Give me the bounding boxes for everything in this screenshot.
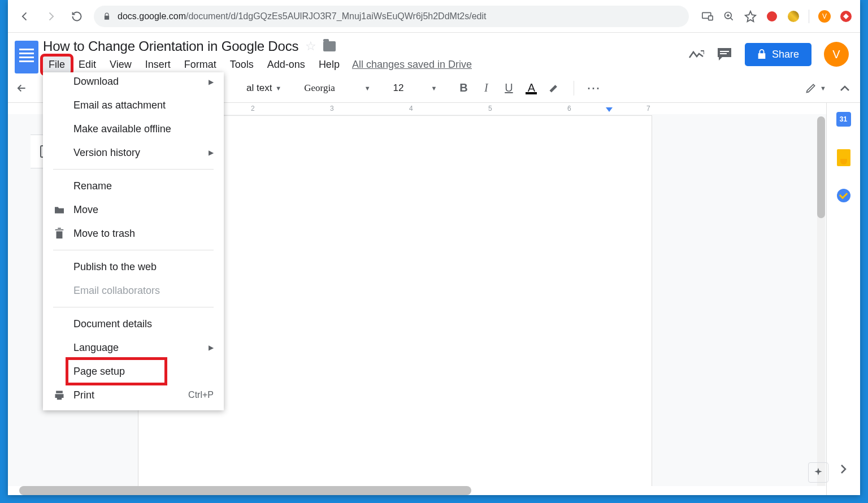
lock-icon [757, 49, 766, 59]
extension-octagon-icon[interactable] [840, 10, 852, 23]
profile-avatar[interactable]: V [824, 42, 849, 67]
side-panel-expand-button[interactable] [834, 460, 852, 478]
tasks-addon-icon[interactable] [837, 189, 850, 202]
menu-separator [53, 250, 214, 250]
collapse-toolbar-button[interactable] [836, 80, 853, 97]
menu-help[interactable]: Help [313, 57, 345, 73]
menu-item-email-attachment[interactable]: Email as attachment [43, 93, 224, 117]
submenu-arrow-icon: ▶ [209, 78, 214, 86]
menu-item-rename[interactable]: Rename [43, 174, 224, 198]
menubar: File Edit View Insert Format Tools Add-o… [43, 57, 684, 73]
menu-item-print[interactable]: Print Ctrl+P [43, 383, 224, 407]
back-button[interactable] [16, 7, 34, 25]
menu-separator [53, 307, 214, 307]
docs-logo-icon[interactable] [15, 41, 38, 73]
side-panel: 31 [826, 103, 860, 495]
file-menu-dropdown: Download ▶ Email as attachment Make avai… [43, 72, 224, 410]
menu-item-offline[interactable]: Make available offline [43, 117, 224, 141]
browser-window: docs.google.com/document/d/1dgGQzEs5AUlR… [8, 0, 860, 495]
menu-item-publish[interactable]: Publish to the web [43, 255, 224, 279]
print-icon [53, 389, 66, 401]
ruler-right-indent-marker[interactable] [606, 107, 613, 112]
text-color-button[interactable]: A [523, 80, 540, 97]
star-icon[interactable]: ☆ [305, 39, 316, 54]
header-actions: Share V [688, 42, 853, 67]
shortcut-label: Ctrl+P [188, 390, 214, 400]
keep-addon-icon[interactable] [837, 149, 850, 166]
browser-toolbar: docs.google.com/document/d/1dgGQzEs5AUlR… [8, 0, 860, 33]
menu-item-page-setup[interactable]: Page setup [43, 359, 224, 383]
menu-separator [53, 169, 214, 170]
extension-red-icon[interactable] [766, 10, 778, 23]
svg-rect-3 [720, 51, 729, 52]
horizontal-scrollbar[interactable] [8, 486, 826, 495]
folder-icon[interactable] [323, 41, 336, 51]
submenu-arrow-icon: ▶ [209, 149, 214, 157]
svg-rect-4 [720, 53, 727, 54]
scrollbar-thumb[interactable] [817, 116, 825, 218]
menu-item-doc-details[interactable]: Document details [43, 312, 224, 336]
vertical-scrollbar[interactable] [817, 116, 825, 493]
menu-tools[interactable]: Tools [224, 57, 259, 73]
folder-icon [53, 203, 66, 216]
docs-header: How to Change Orientation in Google Docs… [8, 33, 860, 73]
menu-insert[interactable]: Insert [140, 57, 176, 73]
font-size-select[interactable]: 12 ▼ [391, 83, 440, 94]
submenu-arrow-icon: ▶ [209, 344, 214, 352]
svg-rect-1 [709, 16, 713, 20]
calendar-addon-icon[interactable]: 31 [836, 112, 851, 127]
extension-yellow-icon[interactable] [787, 10, 800, 23]
doc-title[interactable]: How to Change Orientation in Google Docs [43, 38, 298, 54]
menu-edit[interactable]: Edit [73, 57, 102, 73]
scrollbar-thumb[interactable] [19, 486, 471, 495]
menu-item-move[interactable]: Move [43, 198, 224, 222]
underline-button[interactable]: U [500, 80, 517, 97]
address-bar[interactable]: docs.google.com/document/d/1dgGQzEs5AUlR… [94, 6, 689, 27]
editing-mode-button[interactable]: ▼ [805, 83, 826, 94]
bold-button[interactable]: B [455, 80, 472, 97]
profile-avatar-small[interactable]: V [818, 10, 831, 23]
send-tab-icon[interactable] [701, 10, 714, 23]
menu-item-email-collaborators: Email collaborators [43, 279, 224, 302]
undo-button[interactable] [15, 80, 32, 97]
comments-icon[interactable] [717, 46, 732, 62]
menu-item-language[interactable]: Language ▶ [43, 336, 224, 359]
pencil-icon [805, 83, 817, 94]
explore-button[interactable] [808, 462, 828, 483]
menu-file[interactable]: File [43, 57, 71, 73]
share-button[interactable]: Share [745, 43, 811, 66]
menu-view[interactable]: View [104, 57, 137, 73]
activity-icon[interactable] [688, 46, 704, 62]
italic-button[interactable]: I [478, 80, 494, 97]
menu-format[interactable]: Format [179, 57, 222, 73]
menu-item-download[interactable]: Download ▶ [43, 72, 224, 93]
chrome-actions: V [697, 10, 852, 23]
save-status-link[interactable]: All changes saved in Drive [352, 59, 472, 71]
forward-button[interactable] [42, 7, 60, 25]
share-label: Share [772, 49, 799, 60]
url-text: docs.google.com/document/d/1dgGQzEs5AUlR… [118, 11, 486, 21]
menu-item-trash[interactable]: Move to trash [43, 222, 224, 245]
font-family-select[interactable]: Georgia ▼ [302, 83, 372, 94]
menu-addons[interactable]: Add-ons [262, 57, 311, 73]
toolbar-separator [809, 10, 809, 23]
trash-icon [53, 227, 66, 240]
paragraph-style-select[interactable]: al text▼ [244, 83, 284, 94]
zoom-icon[interactable] [723, 10, 735, 23]
highlight-button[interactable] [545, 80, 562, 97]
bookmark-star-icon[interactable] [744, 10, 757, 23]
lock-icon [103, 12, 111, 21]
menu-item-version-history[interactable]: Version history ▶ [43, 141, 224, 164]
more-options-button[interactable]: ⋯ [585, 80, 602, 97]
reload-button[interactable] [68, 7, 86, 25]
